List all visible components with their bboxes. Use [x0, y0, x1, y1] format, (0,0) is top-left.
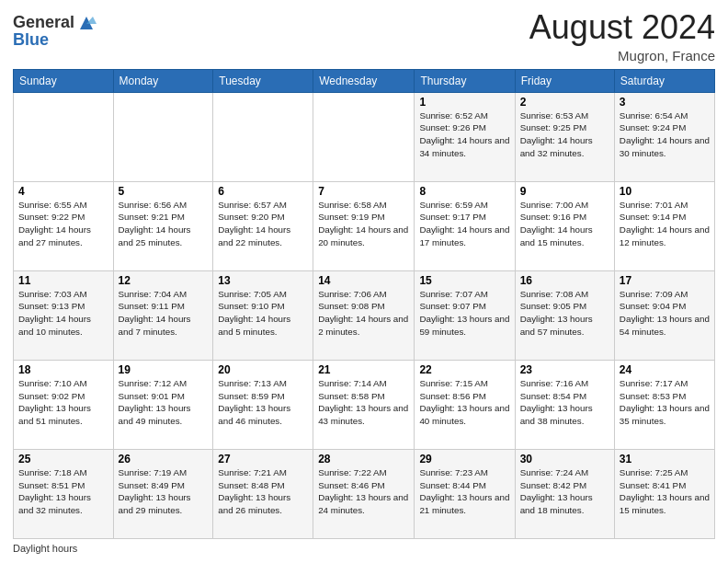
calendar-header-friday: Friday	[515, 69, 614, 92]
day-number: 9	[520, 185, 609, 198]
day-info: Sunrise: 7:16 AM Sunset: 8:54 PM Dayligh…	[520, 377, 609, 428]
day-number: 22	[419, 363, 509, 376]
day-info: Sunrise: 7:24 AM Sunset: 8:42 PM Dayligh…	[520, 466, 609, 517]
location: Mugron, France	[529, 48, 715, 63]
calendar-cell: 24Sunrise: 7:17 AM Sunset: 8:53 PM Dayli…	[614, 360, 714, 449]
day-info: Sunrise: 6:53 AM Sunset: 9:25 PM Dayligh…	[520, 109, 609, 160]
day-number: 21	[318, 363, 409, 376]
day-info: Sunrise: 7:12 AM Sunset: 9:01 PM Dayligh…	[119, 377, 209, 428]
day-number: 23	[520, 363, 609, 376]
calendar-cell: 29Sunrise: 7:23 AM Sunset: 8:44 PM Dayli…	[415, 449, 515, 538]
calendar-table: SundayMondayTuesdayWednesdayThursdayFrid…	[13, 69, 715, 539]
calendar-week-3: 18Sunrise: 7:10 AM Sunset: 9:02 PM Dayli…	[14, 360, 715, 449]
day-info: Sunrise: 7:19 AM Sunset: 8:49 PM Dayligh…	[119, 466, 209, 517]
day-info: Sunrise: 7:25 AM Sunset: 8:41 PM Dayligh…	[620, 466, 710, 517]
day-number: 14	[318, 274, 409, 287]
logo-general-text: General	[13, 14, 74, 32]
day-number: 31	[620, 453, 710, 465]
day-info: Sunrise: 7:18 AM Sunset: 8:51 PM Dayligh…	[18, 466, 108, 517]
calendar-cell: 10Sunrise: 7:01 AM Sunset: 9:14 PM Dayli…	[614, 181, 714, 270]
day-number: 20	[218, 363, 308, 376]
day-number: 25	[18, 453, 108, 465]
calendar-cell	[313, 92, 415, 181]
calendar-cell: 3Sunrise: 6:54 AM Sunset: 9:24 PM Daylig…	[614, 92, 714, 181]
day-info: Sunrise: 7:13 AM Sunset: 8:59 PM Dayligh…	[218, 377, 308, 428]
day-number: 26	[119, 453, 209, 465]
day-number: 29	[419, 453, 509, 465]
day-info: Sunrise: 7:22 AM Sunset: 8:46 PM Dayligh…	[318, 466, 409, 517]
calendar-header-saturday: Saturday	[614, 69, 714, 92]
calendar-cell	[14, 92, 114, 181]
day-info: Sunrise: 6:59 AM Sunset: 9:17 PM Dayligh…	[419, 199, 509, 249]
day-number: 12	[119, 274, 209, 287]
day-number: 2	[520, 96, 609, 109]
calendar-header-wednesday: Wednesday	[313, 69, 415, 92]
calendar-header-row: SundayMondayTuesdayWednesdayThursdayFrid…	[14, 69, 715, 92]
month-year: August 2024	[529, 9, 715, 46]
calendar-week-4: 25Sunrise: 7:18 AM Sunset: 8:51 PM Dayli…	[14, 449, 715, 538]
logo: General Blue	[13, 13, 97, 50]
day-info: Sunrise: 6:52 AM Sunset: 9:26 PM Dayligh…	[419, 109, 509, 160]
day-info: Sunrise: 6:54 AM Sunset: 9:24 PM Dayligh…	[620, 109, 710, 160]
day-info: Sunrise: 7:06 AM Sunset: 9:08 PM Dayligh…	[318, 288, 409, 339]
day-info: Sunrise: 7:09 AM Sunset: 9:04 PM Dayligh…	[620, 288, 710, 339]
day-info: Sunrise: 6:57 AM Sunset: 9:20 PM Dayligh…	[218, 199, 308, 249]
calendar-cell	[213, 92, 313, 181]
day-info: Sunrise: 6:56 AM Sunset: 9:21 PM Dayligh…	[119, 199, 209, 249]
calendar-week-1: 4Sunrise: 6:55 AM Sunset: 9:22 PM Daylig…	[14, 181, 715, 270]
day-number: 30	[520, 453, 609, 465]
calendar-header-tuesday: Tuesday	[213, 69, 313, 92]
calendar-cell: 21Sunrise: 7:14 AM Sunset: 8:58 PM Dayli…	[313, 360, 415, 449]
day-number: 5	[119, 185, 209, 198]
calendar-cell: 12Sunrise: 7:04 AM Sunset: 9:11 PM Dayli…	[113, 270, 213, 360]
calendar-cell: 19Sunrise: 7:12 AM Sunset: 9:01 PM Dayli…	[113, 360, 213, 449]
day-number: 4	[18, 185, 108, 198]
header: General Blue August 2024 Mugron, France	[13, 9, 715, 63]
calendar-cell: 7Sunrise: 6:58 AM Sunset: 9:19 PM Daylig…	[313, 181, 415, 270]
calendar-cell: 8Sunrise: 6:59 AM Sunset: 9:17 PM Daylig…	[415, 181, 515, 270]
logo-icon	[76, 13, 97, 33]
calendar-cell: 28Sunrise: 7:22 AM Sunset: 8:46 PM Dayli…	[313, 449, 415, 538]
calendar-cell: 25Sunrise: 7:18 AM Sunset: 8:51 PM Dayli…	[14, 449, 114, 538]
calendar-cell: 1Sunrise: 6:52 AM Sunset: 9:26 PM Daylig…	[415, 92, 515, 181]
day-number: 13	[218, 274, 308, 287]
day-number: 11	[18, 274, 108, 287]
day-number: 1	[419, 96, 509, 109]
calendar-cell: 16Sunrise: 7:08 AM Sunset: 9:05 PM Dayli…	[515, 270, 614, 360]
day-info: Sunrise: 7:05 AM Sunset: 9:10 PM Dayligh…	[218, 288, 308, 339]
calendar-cell: 31Sunrise: 7:25 AM Sunset: 8:41 PM Dayli…	[614, 449, 714, 538]
day-number: 7	[318, 185, 409, 198]
day-number: 8	[419, 185, 509, 198]
day-info: Sunrise: 7:23 AM Sunset: 8:44 PM Dayligh…	[419, 466, 509, 517]
page: General Blue August 2024 Mugron, France …	[0, 0, 728, 563]
day-info: Sunrise: 7:08 AM Sunset: 9:05 PM Dayligh…	[520, 288, 609, 339]
calendar-cell: 2Sunrise: 6:53 AM Sunset: 9:25 PM Daylig…	[515, 92, 614, 181]
day-number: 3	[620, 96, 710, 109]
calendar-cell: 20Sunrise: 7:13 AM Sunset: 8:59 PM Dayli…	[213, 360, 313, 449]
calendar-cell: 14Sunrise: 7:06 AM Sunset: 9:08 PM Dayli…	[313, 270, 415, 360]
calendar-cell: 9Sunrise: 7:00 AM Sunset: 9:16 PM Daylig…	[515, 181, 614, 270]
calendar-cell: 4Sunrise: 6:55 AM Sunset: 9:22 PM Daylig…	[14, 181, 114, 270]
calendar-cell	[113, 92, 213, 181]
day-info: Sunrise: 7:00 AM Sunset: 9:16 PM Dayligh…	[520, 199, 609, 249]
calendar-cell: 27Sunrise: 7:21 AM Sunset: 8:48 PM Dayli…	[213, 449, 313, 538]
day-info: Sunrise: 7:15 AM Sunset: 8:56 PM Dayligh…	[419, 377, 509, 428]
calendar-cell: 6Sunrise: 6:57 AM Sunset: 9:20 PM Daylig…	[213, 181, 313, 270]
calendar-cell: 13Sunrise: 7:05 AM Sunset: 9:10 PM Dayli…	[213, 270, 313, 360]
calendar-cell: 18Sunrise: 7:10 AM Sunset: 9:02 PM Dayli…	[14, 360, 114, 449]
calendar-header-sunday: Sunday	[14, 69, 114, 92]
calendar-cell: 26Sunrise: 7:19 AM Sunset: 8:49 PM Dayli…	[113, 449, 213, 538]
calendar-cell: 5Sunrise: 6:56 AM Sunset: 9:21 PM Daylig…	[113, 181, 213, 270]
footer: Daylight hours	[13, 543, 715, 554]
day-number: 17	[620, 274, 710, 287]
day-info: Sunrise: 7:17 AM Sunset: 8:53 PM Dayligh…	[620, 377, 710, 428]
day-number: 10	[620, 185, 710, 198]
day-info: Sunrise: 7:04 AM Sunset: 9:11 PM Dayligh…	[119, 288, 209, 339]
logo-blue-text: Blue	[13, 31, 97, 50]
calendar-cell: 23Sunrise: 7:16 AM Sunset: 8:54 PM Dayli…	[515, 360, 614, 449]
title-block: August 2024 Mugron, France	[529, 9, 715, 63]
daylight-label: Daylight hours	[13, 543, 77, 554]
calendar-cell: 22Sunrise: 7:15 AM Sunset: 8:56 PM Dayli…	[415, 360, 515, 449]
day-info: Sunrise: 7:14 AM Sunset: 8:58 PM Dayligh…	[318, 377, 409, 428]
day-number: 28	[318, 453, 409, 465]
